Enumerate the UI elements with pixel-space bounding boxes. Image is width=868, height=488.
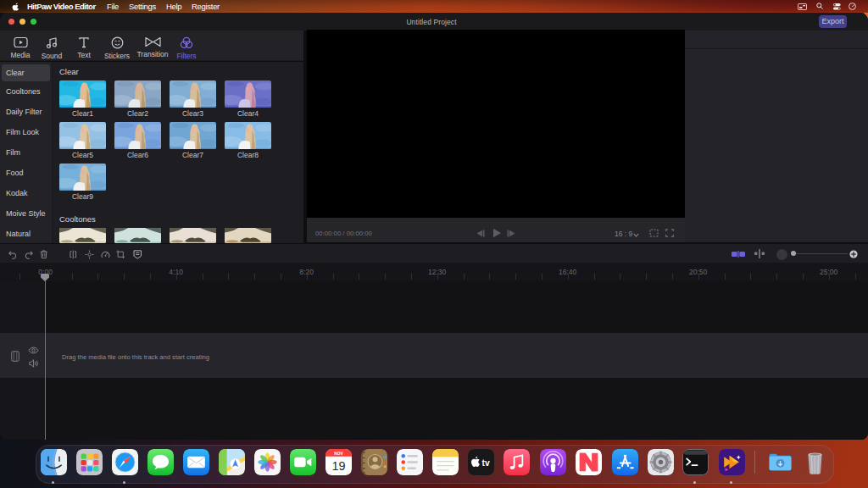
svg-text:tv: tv: [481, 458, 489, 468]
svg-text:19: 19: [331, 459, 345, 473]
svg-text:NOV: NOV: [334, 452, 343, 456]
